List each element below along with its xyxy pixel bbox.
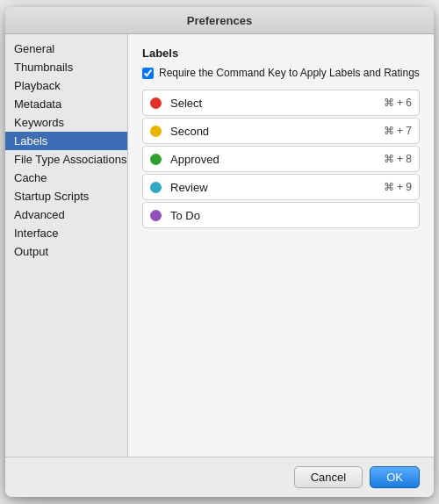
label-dot-review — [150, 182, 162, 193]
labels-list: Select⌘ + 6Second⌘ + 7Approved⌘ + 8Revie… — [142, 90, 420, 228]
sidebar-item-metadata[interactable]: Metadata — [5, 95, 127, 113]
main-panel: Labels Require the Command Key to Apply … — [128, 34, 434, 457]
sidebar-item-playback[interactable]: Playback — [5, 76, 127, 95]
label-dot-approved — [150, 154, 162, 165]
label-name-review[interactable]: Review — [170, 181, 384, 194]
label-name-second[interactable]: Second — [170, 125, 384, 138]
label-row-todo: To Do — [142, 202, 420, 228]
cancel-button[interactable]: Cancel — [294, 466, 363, 488]
label-row-second: Second⌘ + 7 — [142, 118, 420, 144]
label-dot-select — [150, 97, 162, 109]
sidebar-item-thumbnails[interactable]: Thumbnails — [5, 58, 127, 76]
label-row-approved: Approved⌘ + 8 — [142, 146, 420, 172]
label-dot-second — [150, 126, 162, 137]
section-title: Labels — [142, 47, 420, 60]
label-shortcut-select: ⌘ + 6 — [384, 97, 412, 109]
sidebar-item-interface[interactable]: Interface — [5, 224, 127, 242]
preferences-dialog: Preferences GeneralThumbnailsPlaybackMet… — [5, 7, 434, 497]
label-row-select: Select⌘ + 6 — [142, 90, 420, 116]
ok-button[interactable]: OK — [370, 466, 420, 488]
sidebar-item-advanced[interactable]: Advanced — [5, 205, 127, 224]
sidebar-item-general[interactable]: General — [5, 40, 127, 58]
dialog-title: Preferences — [187, 14, 252, 27]
require-command-key-label: Require the Command Key to Apply Labels … — [159, 67, 420, 79]
sidebar-item-keywords[interactable]: Keywords — [5, 113, 127, 132]
sidebar-item-file-type-associations[interactable]: File Type Associations — [5, 150, 127, 169]
label-name-approved[interactable]: Approved — [170, 153, 384, 166]
sidebar-item-cache[interactable]: Cache — [5, 169, 127, 187]
label-name-todo[interactable]: To Do — [170, 209, 412, 222]
label-name-select[interactable]: Select — [170, 97, 384, 110]
sidebar-item-output[interactable]: Output — [5, 242, 127, 261]
footer: Cancel OK — [5, 457, 434, 497]
checkbox-row: Require the Command Key to Apply Labels … — [142, 67, 420, 79]
content-area: GeneralThumbnailsPlaybackMetadataKeyword… — [5, 34, 434, 457]
label-shortcut-approved: ⌘ + 8 — [384, 153, 412, 165]
label-shortcut-review: ⌘ + 9 — [384, 181, 412, 193]
sidebar-item-startup-scripts[interactable]: Startup Scripts — [5, 187, 127, 205]
title-bar: Preferences — [5, 7, 434, 34]
sidebar-item-labels[interactable]: Labels — [5, 132, 127, 150]
label-row-review: Review⌘ + 9 — [142, 174, 420, 200]
label-shortcut-second: ⌘ + 7 — [384, 125, 412, 137]
sidebar: GeneralThumbnailsPlaybackMetadataKeyword… — [5, 34, 128, 457]
label-dot-todo — [150, 210, 162, 221]
require-command-key-checkbox[interactable] — [142, 68, 154, 79]
